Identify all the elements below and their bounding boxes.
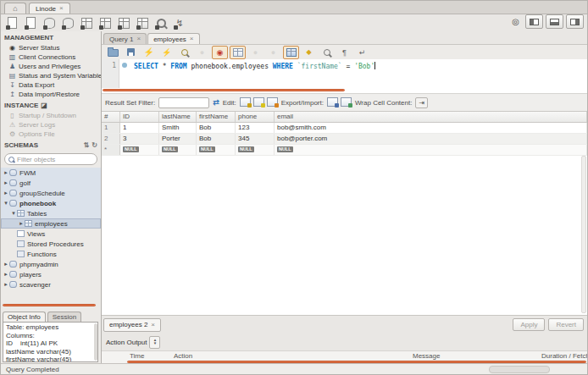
tab-session[interactable]: Session — [47, 312, 81, 322]
cell[interactable]: Bob — [197, 123, 236, 133]
sidebar-item-data-export[interactable]: Data Export — [1, 80, 101, 90]
toggle-word-wrap-button[interactable] — [354, 46, 370, 59]
tree-expand-icon[interactable]: ▸ — [3, 190, 9, 196]
sidebar-item-users-and-privileges[interactable]: Users and Privileges — [1, 62, 101, 71]
new-row-placeholder[interactable]: *NULLNULLNULLNULLNULL — [102, 145, 587, 156]
toggle-invisible-characters-button[interactable] — [336, 46, 352, 59]
toggle-stop-on-error-button[interactable] — [212, 46, 228, 59]
reconnect-dbms-button[interactable] — [173, 16, 186, 30]
editor-hscrollbar[interactable] — [103, 89, 345, 91]
action-output-selector[interactable]: ▲ ▼ — [149, 336, 160, 349]
cell[interactable]: 123 — [236, 123, 275, 133]
cell[interactable]: bob@smith.com — [275, 123, 587, 133]
tree-item-phonebook[interactable]: ▾phonebook — [1, 198, 101, 208]
cell[interactable]: NULL — [275, 145, 587, 155]
tree-expand-icon[interactable]: ▸ — [3, 261, 9, 267]
table-row[interactable]: 23PorterBob345bob@porter.com — [102, 134, 587, 145]
sql-editor[interactable]: 1 SELECT * FROM phonebook.employees WHER… — [102, 59, 587, 88]
schema-filter-input[interactable] — [17, 156, 93, 163]
tree-item-groupschedule[interactable]: ▸groupSchedule — [1, 188, 101, 198]
cell[interactable]: 3 — [120, 134, 159, 144]
open-script-button[interactable] — [105, 46, 121, 59]
create-function-button[interactable] — [136, 16, 149, 30]
tree-expand-icon[interactable]: ▸ — [3, 281, 9, 288]
tree-expand-icon[interactable]: ▸ — [3, 271, 9, 278]
sidebar-item-data-import-restore[interactable]: Data Import/Restore — [1, 90, 101, 99]
import-records-button[interactable] — [341, 97, 352, 108]
column-header-message[interactable]: Message — [410, 352, 539, 360]
close-tab-icon[interactable]: × — [59, 5, 64, 12]
beautify-script-button[interactable] — [301, 46, 317, 59]
cell[interactable]: NULL — [159, 145, 197, 155]
column-header-id[interactable]: ID — [120, 112, 159, 122]
result-tab-employees-2[interactable]: employees 2 × — [103, 318, 161, 332]
cell[interactable]: Bob — [197, 134, 236, 144]
cell[interactable]: 1 — [120, 123, 159, 133]
toggle-autocommit-button[interactable] — [283, 46, 299, 59]
export-recordset-button[interactable] — [327, 97, 338, 108]
sidebar-item-server-status[interactable]: Server Status — [1, 43, 101, 52]
cell[interactable]: NULL — [236, 145, 275, 155]
new-query-tab-button[interactable] — [5, 16, 19, 30]
tree-item-functions[interactable]: Functions — [1, 249, 101, 259]
sidebar-item-status-and-system-variables[interactable]: Status and System Variables — [1, 71, 101, 80]
cell[interactable]: 2 — [102, 134, 120, 144]
tree-item-fwm[interactable]: ▸FWM — [1, 168, 101, 178]
toggle-right-sidebar-button[interactable] — [566, 14, 584, 29]
cell[interactable]: 345 — [236, 134, 275, 144]
schema-filter[interactable] — [4, 153, 97, 165]
edit-record-button[interactable] — [240, 97, 251, 108]
tree-item-phpmyadmin[interactable]: ▸phpmyadmin — [1, 259, 101, 269]
refresh-schemas-icon[interactable]: ↻ — [92, 141, 97, 149]
create-schema-button[interactable] — [42, 16, 56, 30]
expand-schemas-icon[interactable]: ⇅ — [84, 141, 90, 149]
sidebar-hscrollbar[interactable] — [3, 304, 96, 306]
home-tab[interactable]: ⌂ — [4, 3, 26, 14]
execute-query-button[interactable] — [141, 46, 157, 59]
close-tab-icon[interactable]: × — [190, 36, 194, 42]
tree-expand-icon[interactable]: ▸ — [18, 220, 25, 227]
tree-expand-icon[interactable]: ▸ — [3, 169, 9, 176]
result-set-filter-input[interactable] — [158, 97, 209, 108]
cell[interactable]: * — [102, 145, 120, 155]
table-row[interactable]: 11SmithBob123bob@smith.com — [102, 123, 587, 134]
insert-row-button[interactable] — [253, 97, 264, 108]
alter-schema-button[interactable] — [61, 16, 75, 30]
cell[interactable]: bob@porter.com — [275, 134, 587, 144]
tree-expand-icon[interactable]: ▸ — [3, 179, 9, 186]
column-header-lastname[interactable]: lastName — [159, 112, 197, 122]
save-script-button[interactable] — [123, 46, 139, 59]
wrap-cell-content-icon[interactable]: ⇥ — [415, 97, 428, 108]
sidebar-item-client-connections[interactable]: Client Connections — [1, 52, 101, 62]
column-header-action[interactable]: Action — [171, 352, 410, 360]
tree-item-golf[interactable]: ▸golf — [1, 178, 101, 188]
close-tab-icon[interactable]: × — [136, 36, 141, 42]
object-info-vscrollbar[interactable] — [94, 323, 97, 361]
cell[interactable]: Porter — [159, 134, 197, 144]
open-sql-script-button[interactable] — [24, 16, 37, 30]
search-table-data-button[interactable] — [154, 16, 168, 30]
cell[interactable]: Smith — [159, 123, 197, 133]
result-grid-vscrollbar[interactable] — [581, 156, 586, 313]
cell[interactable]: NULL — [120, 145, 159, 155]
column-header-time[interactable]: Time — [127, 352, 171, 360]
column-header-duration-fetch[interactable]: Duration / Fetch — [539, 352, 587, 360]
tab-employees[interactable]: employees× — [147, 33, 199, 44]
explain-plan-button[interactable] — [176, 46, 192, 59]
tab-object-info[interactable]: Object Info — [3, 312, 46, 322]
refresh-results-icon[interactable]: ⇄ — [213, 98, 219, 107]
apply-button[interactable]: Apply — [513, 318, 545, 331]
delete-row-button[interactable] — [267, 97, 278, 108]
column-header-email[interactable]: email — [275, 112, 587, 122]
connection-tab[interactable]: Linode × — [29, 3, 70, 14]
toggle-left-sidebar-button[interactable] — [525, 14, 543, 29]
tab-query-1[interactable]: Query 1× — [103, 33, 147, 44]
cell[interactable]: NULL — [197, 145, 236, 155]
column-header-row-number[interactable]: # — [102, 112, 120, 122]
tree-item-scavenger[interactable]: ▸scavenger — [1, 279, 101, 290]
tree-item-tables[interactable]: ▾Tables — [1, 208, 101, 218]
find-button[interactable] — [319, 46, 335, 59]
tree-item-players[interactable]: ▸players — [1, 269, 101, 279]
toggle-output-area-button[interactable] — [546, 14, 563, 29]
limit-rows-button[interactable] — [230, 46, 246, 59]
